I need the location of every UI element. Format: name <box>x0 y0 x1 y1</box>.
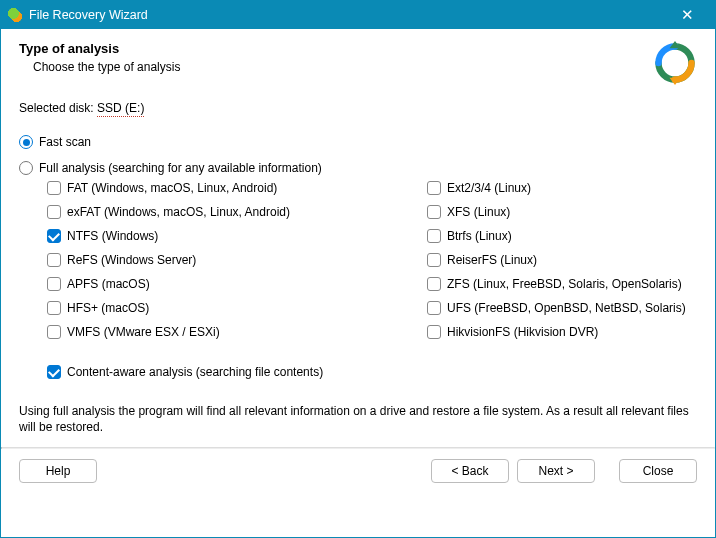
checkbox-fs-btrfs[interactable]: Btrfs (Linux) <box>427 229 697 243</box>
checkbox-fs-ufs[interactable]: UFS (FreeBSD, OpenBSD, NetBSD, Solaris) <box>427 301 697 315</box>
checkbox-fs-vmfs[interactable]: VMFS (VMware ESX / ESXi) <box>47 325 427 339</box>
checkbox-fs-fat[interactable]: FAT (Windows, macOS, Linux, Android) <box>47 181 427 195</box>
checkbox-icon <box>47 253 61 267</box>
selected-disk-link[interactable]: SSD (E:) <box>97 101 144 117</box>
selected-disk-row: Selected disk: SSD (E:) <box>19 101 697 115</box>
close-icon[interactable]: ✕ <box>667 1 707 29</box>
checkbox-label: Btrfs (Linux) <box>447 229 512 243</box>
checkbox-fs-exfat[interactable]: exFAT (Windows, macOS, Linux, Android) <box>47 205 427 219</box>
checkbox-label: ZFS (Linux, FreeBSD, Solaris, OpenSolari… <box>447 277 682 291</box>
checkbox-icon <box>427 325 441 339</box>
page-subtitle: Choose the type of analysis <box>19 60 653 74</box>
checkbox-label: ReiserFS (Linux) <box>447 253 537 267</box>
checkbox-icon <box>47 277 61 291</box>
checkbox-fs-ext[interactable]: Ext2/3/4 (Linux) <box>427 181 697 195</box>
checkbox-icon <box>427 301 441 315</box>
checkbox-fs-apfs[interactable]: APFS (macOS) <box>47 277 427 291</box>
radio-label: Fast scan <box>39 135 91 149</box>
checkbox-content-aware[interactable]: Content-aware analysis (searching file c… <box>47 365 697 379</box>
titlebar: File Recovery Wizard ✕ <box>1 1 715 29</box>
checkbox-label: FAT (Windows, macOS, Linux, Android) <box>67 181 277 195</box>
window-title: File Recovery Wizard <box>29 8 667 22</box>
checkbox-fs-zfs[interactable]: ZFS (Linux, FreeBSD, Solaris, OpenSolari… <box>427 277 697 291</box>
checkbox-label: HikvisionFS (Hikvision DVR) <box>447 325 598 339</box>
radio-fast-scan[interactable]: Fast scan <box>19 135 697 149</box>
back-button[interactable]: < Back <box>431 459 509 483</box>
checkbox-label: HFS+ (macOS) <box>67 301 149 315</box>
checkbox-fs-xfs[interactable]: XFS (Linux) <box>427 205 697 219</box>
checkbox-label: exFAT (Windows, macOS, Linux, Android) <box>67 205 290 219</box>
page-title: Type of analysis <box>19 41 653 56</box>
checkbox-label: NTFS (Windows) <box>67 229 158 243</box>
checkbox-label: Ext2/3/4 (Linux) <box>447 181 531 195</box>
checkbox-label: APFS (macOS) <box>67 277 150 291</box>
checkbox-icon <box>47 325 61 339</box>
checkbox-fs-reiser[interactable]: ReiserFS (Linux) <box>427 253 697 267</box>
checkbox-icon <box>427 181 441 195</box>
recovery-wizard-icon <box>653 41 697 85</box>
checkbox-icon <box>47 365 61 379</box>
wizard-header: Type of analysis Choose the type of anal… <box>1 29 715 93</box>
checkbox-icon <box>427 253 441 267</box>
filesystem-grid: FAT (Windows, macOS, Linux, Android)Ext2… <box>19 181 697 339</box>
next-button[interactable]: Next > <box>517 459 595 483</box>
checkbox-icon <box>47 301 61 315</box>
close-button[interactable]: Close <box>619 459 697 483</box>
radio-icon <box>19 135 33 149</box>
checkbox-icon <box>47 205 61 219</box>
checkbox-fs-hfs[interactable]: HFS+ (macOS) <box>47 301 427 315</box>
checkbox-icon <box>427 229 441 243</box>
checkbox-icon <box>427 277 441 291</box>
selected-disk-label: Selected disk: <box>19 101 97 115</box>
radio-label: Full analysis (searching for any availab… <box>39 161 322 175</box>
checkbox-fs-hikvision[interactable]: HikvisionFS (Hikvision DVR) <box>427 325 697 339</box>
checkbox-icon <box>47 181 61 195</box>
checkbox-label: ReFS (Windows Server) <box>67 253 196 267</box>
checkbox-label: XFS (Linux) <box>447 205 510 219</box>
checkbox-label: VMFS (VMware ESX / ESXi) <box>67 325 220 339</box>
checkbox-icon <box>47 229 61 243</box>
mode-description: Using full analysis the program will fin… <box>1 403 715 447</box>
wizard-footer: Help < Back Next > Close <box>1 449 715 493</box>
checkbox-icon <box>427 205 441 219</box>
app-icon <box>7 7 23 23</box>
radio-icon <box>19 161 33 175</box>
help-button[interactable]: Help <box>19 459 97 483</box>
checkbox-fs-refs[interactable]: ReFS (Windows Server) <box>47 253 427 267</box>
checkbox-label: UFS (FreeBSD, OpenBSD, NetBSD, Solaris) <box>447 301 686 315</box>
checkbox-label: Content-aware analysis (searching file c… <box>67 365 323 379</box>
radio-full-analysis[interactable]: Full analysis (searching for any availab… <box>19 161 697 175</box>
checkbox-fs-ntfs[interactable]: NTFS (Windows) <box>47 229 427 243</box>
